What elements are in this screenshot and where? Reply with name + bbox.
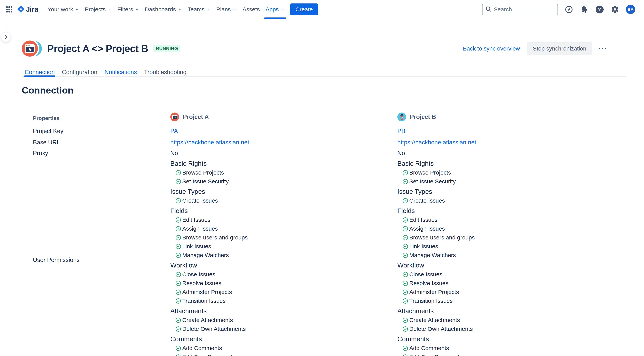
nav-item-label: Dashboards — [145, 6, 176, 13]
notifications-icon[interactable] — [580, 5, 589, 14]
permissions-row-label: User Permissions — [22, 257, 170, 263]
nav-item-teams[interactable]: Teams — [185, 0, 214, 19]
more-actions-button[interactable] — [596, 43, 608, 54]
nav-item-label: Teams — [188, 6, 204, 13]
row-value-a[interactable]: PA — [170, 128, 397, 135]
permission-item-label: Link Issues — [409, 243, 438, 250]
permission-item-assign-issues: Assign Issues — [397, 224, 626, 233]
permission-section-title-fields: Fields — [397, 206, 626, 215]
permission-item-label: Manage Watchers — [409, 252, 456, 258]
permission-item-transition-issues: Transition Issues — [397, 297, 626, 305]
page-title: Project A <> Project B — [47, 43, 148, 54]
permission-item-label: Set Issue Security — [182, 178, 229, 185]
nav-item-label: Filters — [118, 6, 133, 13]
check-icon — [402, 243, 408, 249]
check-icon — [175, 217, 181, 223]
stop-synchronization-button[interactable]: Stop synchronization — [527, 42, 592, 55]
permissions-col-a: Basic RightsBrowse ProjectsSet Issue Sec… — [170, 159, 397, 356]
nav-item-plans[interactable]: Plans — [214, 0, 240, 19]
check-icon — [402, 345, 408, 351]
check-icon — [402, 170, 408, 176]
check-icon — [402, 354, 408, 356]
permission-item-resolve-issues: Resolve Issues — [170, 279, 397, 288]
nav-item-dashboards[interactable]: Dashboards — [142, 0, 185, 19]
project-b-icon — [397, 113, 406, 121]
check-icon — [175, 345, 181, 351]
nav-item-projects[interactable]: Projects — [82, 0, 114, 19]
jira-logo-icon — [17, 5, 25, 14]
permission-item-close-issues: Close Issues — [170, 270, 397, 279]
jira-logo-text: Jira — [26, 5, 38, 13]
check-icon — [402, 217, 408, 223]
permission-item-label: Resolve Issues — [182, 280, 221, 287]
check-icon — [402, 252, 408, 258]
tab-notifications[interactable]: Notifications — [104, 68, 137, 77]
permission-item-set-issue-security: Set Issue Security — [170, 177, 397, 186]
permission-item-create-attachments: Create Attachments — [397, 316, 626, 325]
permission-item-label: Edit Issues — [409, 217, 438, 223]
permission-item-manage-watchers: Manage Watchers — [397, 251, 626, 260]
search-icon — [485, 6, 492, 13]
search-input[interactable] — [494, 6, 555, 13]
expand-sidebar-button[interactable] — [1, 32, 11, 42]
app-switcher-icon[interactable] — [4, 2, 15, 16]
check-icon — [175, 226, 181, 232]
check-icon — [175, 252, 181, 258]
check-icon — [402, 326, 408, 332]
permission-item-label: Assign Issues — [182, 225, 218, 232]
permission-item-label: Transition Issues — [182, 298, 226, 304]
permission-item-assign-issues: Assign Issues — [170, 224, 397, 233]
user-avatar[interactable]: BA — [626, 5, 635, 14]
permission-item-label: Create Issues — [409, 197, 445, 204]
permission-item-add-comments: Add Comments — [397, 344, 626, 353]
permission-item-browse-users-and-groups: Browse users and groups — [397, 233, 626, 242]
settings-icon[interactable] — [610, 5, 620, 14]
check-icon — [175, 298, 181, 304]
permissions-col-b: Basic RightsBrowse ProjectsSet Issue Sec… — [397, 159, 626, 356]
search-box[interactable] — [482, 4, 558, 15]
row-value-a[interactable]: https://backbone.atlassian.net — [170, 139, 397, 146]
row-value-b[interactable]: https://backbone.atlassian.net — [397, 139, 626, 146]
permission-item-label: Link Issues — [182, 243, 211, 250]
sync-app-icon — [22, 40, 42, 57]
permission-item-add-comments: Add Comments — [170, 344, 397, 353]
chevron-down-icon — [178, 7, 182, 11]
table-rows: Project KeyPAPBBase URLhttps://backbone.… — [22, 125, 626, 159]
discover-icon[interactable] — [564, 5, 573, 14]
status-badge: RUNNING — [154, 45, 180, 52]
row-value-b[interactable]: PB — [397, 128, 626, 135]
check-icon — [175, 198, 181, 204]
permission-item-label: Administer Projects — [182, 289, 232, 295]
chevron-down-icon — [280, 7, 285, 11]
row-label: Project Key — [22, 128, 170, 135]
nav-item-apps[interactable]: Apps — [262, 0, 288, 19]
nav-item-assets[interactable]: Assets — [240, 0, 262, 19]
chevron-down-icon — [75, 7, 79, 11]
permission-item-create-issues: Create Issues — [170, 196, 397, 205]
tab-troubleshooting[interactable]: Troubleshooting — [144, 68, 186, 77]
nav-item-filters[interactable]: Filters — [114, 0, 142, 19]
check-icon — [402, 280, 408, 286]
permission-section-title-issue-types: Issue Types — [397, 187, 626, 196]
permission-item-label: Browse users and groups — [409, 234, 475, 241]
permission-item-edit-issues: Edit Issues — [397, 215, 626, 224]
help-icon[interactable]: ? — [595, 5, 604, 14]
nav-items: Your workProjectsFiltersDashboardsTeamsP… — [45, 0, 288, 19]
check-icon — [402, 317, 408, 323]
permission-section-title-fields: Fields — [170, 206, 397, 215]
tab-configuration[interactable]: Configuration — [62, 68, 97, 77]
row-value-a: No — [170, 150, 397, 157]
nav-item-your-work[interactable]: Your work — [45, 0, 82, 19]
check-icon — [402, 226, 408, 232]
chevron-right-icon — [3, 34, 9, 40]
connection-table: Properties Project A — [22, 95, 626, 356]
nav-item-label: Apps — [266, 6, 278, 13]
tab-connection[interactable]: Connection — [24, 68, 55, 77]
permission-item-label: Resolve Issues — [409, 280, 448, 287]
check-icon — [175, 317, 181, 323]
permission-item-label: Close Issues — [182, 271, 215, 278]
create-button[interactable]: Create — [290, 3, 318, 15]
permission-item-label: Assign Issues — [409, 225, 445, 232]
back-to-sync-overview-link[interactable]: Back to sync overview — [463, 45, 520, 52]
jira-logo[interactable]: Jira — [17, 5, 38, 14]
